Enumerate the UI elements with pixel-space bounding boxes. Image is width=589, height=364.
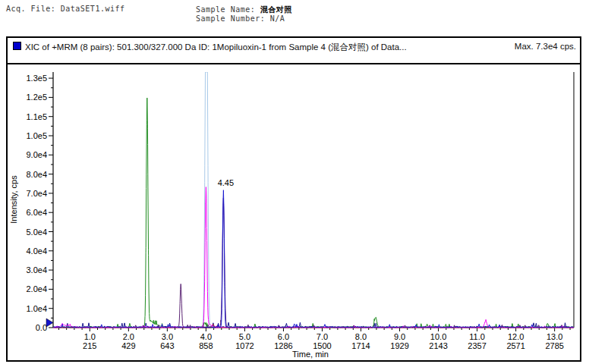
sample-number-value: N/A <box>270 14 285 23</box>
sample-name-label: Sample Name: <box>196 5 260 14</box>
acq-file-value: DataSET1.wiff <box>61 5 125 13</box>
trace-legend-swatch-icon <box>13 42 21 50</box>
sample-name-value: 混合对照 <box>260 5 292 14</box>
sample-number-label: Sample Number: <box>196 14 270 23</box>
analyst-chromatogram-page: { "header": { "acq_file": {"label": "Acq… <box>0 0 589 364</box>
sample-name-line: Sample Name: 混合对照 <box>196 5 292 15</box>
chromatogram-title: XIC of +MRM (8 pairs): 501.300/327.000 D… <box>25 42 407 53</box>
max-intensity-label: Max. 7.3e4 cps. <box>515 42 576 51</box>
acq-file-label: Acq. File: <box>6 5 61 13</box>
chromatogram-panel: XIC of +MRM (8 pairs): 501.300/327.000 D… <box>6 36 581 362</box>
acq-file-line: Acq. File: DataSET1.wiff <box>6 5 125 13</box>
sample-number-line: Sample Number: N/A <box>196 14 285 23</box>
chromatogram-title-bar: XIC of +MRM (8 pairs): 501.300/327.000 D… <box>8 38 580 64</box>
